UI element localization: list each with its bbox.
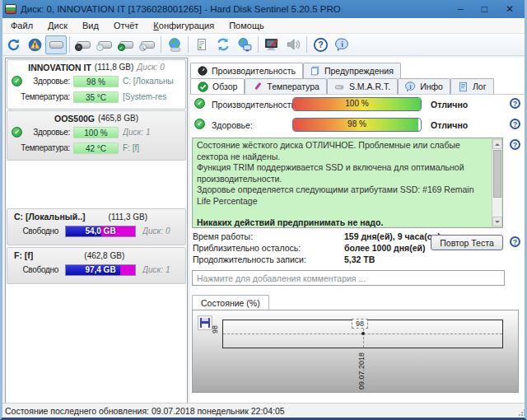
- temp-label: Температура:: [19, 143, 70, 152]
- comment-input[interactable]: [192, 270, 505, 286]
- partition-ref: [System-res: [123, 92, 185, 101]
- menu-help[interactable]: Помощь: [222, 21, 272, 30]
- disk-size: (111,8 GB): [95, 63, 133, 72]
- tab-alerts[interactable]: Предупреждения: [303, 63, 401, 78]
- x-axis-tick: 09.07.2018: [357, 350, 366, 390]
- title-bar: Диск: 0, INNOVATION IT [1736028001265] -…: [0, 0, 527, 18]
- window-title: Диск: 0, INNOVATION IT [1736028001265] -…: [21, 4, 341, 14]
- performance-bar: 100 %: [292, 97, 422, 111]
- menu-report[interactable]: Отчёт: [106, 21, 146, 30]
- minimize-button[interactable]: –: [458, 0, 464, 18]
- temp-bar: 35 °C: [73, 91, 119, 103]
- disk-list-sidebar: INNOVATION IT (111,8 GB) Диск: 0 ✓ Здоро…: [5, 58, 188, 404]
- tab-smart[interactable]: S.M.A.R.T.: [327, 78, 398, 94]
- partition-size: (111,3 GB): [109, 212, 147, 222]
- help-icon[interactable]: ?: [510, 98, 520, 109]
- menu-view[interactable]: Вид: [75, 21, 106, 30]
- disk-panel-0[interactable]: INNOVATION IT (111,8 GB) Диск: 0 ✓ Здоро…: [7, 59, 186, 110]
- estimated-remaining-label: Приблизительно осталось:: [193, 243, 301, 253]
- scroll-up-icon[interactable]: [492, 139, 502, 149]
- tab-temperature[interactable]: Температура: [245, 78, 327, 94]
- help-icon[interactable]: ?: [510, 139, 520, 150]
- disk-status-ok-icon[interactable]: ✓: [115, 35, 137, 54]
- refresh-icon[interactable]: [2, 35, 24, 54]
- report-icon[interactable]: [191, 35, 212, 54]
- tab-performance[interactable]: Производительность: [190, 63, 303, 78]
- stats-block: Время работы: 159 дня(ей), 9 часа(ов) Пр…: [193, 231, 440, 266]
- partition-panel-f[interactable]: F: [f] (462,8 GB) Свободно 97,4 GB Диск:…: [7, 247, 186, 284]
- main-panel: Производительность Предупреждения Обзор …: [190, 58, 527, 405]
- disk-panel-1[interactable]: OOS500G (465,8 GB) ✓ Здоровье: 100 % Дис…: [7, 110, 186, 161]
- info-icon[interactable]: i: [331, 35, 352, 54]
- retest-button[interactable]: Повтор Теста: [431, 235, 503, 250]
- performance-gauge-row: ✓ Производительность: 100 % Отлично ?: [190, 97, 527, 112]
- disk-performance-icon[interactable]: ◔: [72, 35, 94, 54]
- menu-disk[interactable]: Диск: [40, 21, 75, 30]
- chart-plot-area: 98: [222, 320, 503, 348]
- partition-panel-c[interactable]: C: [Локальный..] (111,3 GB) Свободно 54,…: [7, 208, 186, 245]
- maximize-button[interactable]: □: [482, 0, 487, 18]
- svg-text:?: ?: [318, 40, 323, 49]
- disk-display-icon[interactable]: [45, 35, 67, 54]
- menu-configuration[interactable]: Конфигурация: [146, 21, 222, 30]
- health-gauge-row: ✓ Здоровье: 98 % Отлично ?: [190, 118, 527, 133]
- app-window: Диск: 0, INNOVATION IT [1736028001265] -…: [0, 0, 527, 420]
- free-space-bar: 97,4 GB: [65, 264, 136, 276]
- lifetime-writes-label: Продолжительность записи:: [193, 254, 306, 264]
- temp-label: Температура:: [19, 92, 70, 101]
- close-button[interactable]: ✕: [506, 0, 514, 18]
- disk-analyze-icon[interactable]: 🔍: [137, 35, 158, 54]
- ok-icon: ✓: [194, 119, 205, 129]
- resize-grip[interactable]: [519, 409, 525, 416]
- health-text-line: Функция TRIM поддерживается SSD и включе…: [197, 162, 489, 184]
- disk-schedule-icon[interactable]: 🕒: [94, 35, 115, 54]
- scroll-thumb[interactable]: [493, 150, 501, 198]
- disk-number: Диск: 0: [137, 63, 164, 72]
- temp-bar: 42 °C: [73, 142, 119, 154]
- svg-text:i: i: [341, 40, 343, 49]
- sync-icon[interactable]: [212, 35, 234, 54]
- performance-label: Производительность:: [212, 100, 298, 110]
- tab-overview[interactable]: Обзор: [190, 78, 245, 94]
- health-text-line: Состояние жёсткого диска ОТЛИЧНОЕ. Пробл…: [197, 140, 489, 162]
- health-history-chart: 98 98 09.07.2018: [192, 310, 519, 393]
- partition-name: F: [f]: [14, 250, 33, 260]
- menu-file[interactable]: Файл: [3, 21, 40, 30]
- status-bar: Состояние последнего обновления: 09.07.2…: [0, 403, 527, 418]
- network-disk-icon[interactable]: [164, 35, 185, 54]
- partition-ref: C: [Локальны: [123, 77, 185, 86]
- desktop-edit-icon[interactable]: [261, 35, 282, 54]
- app-icon: [5, 4, 16, 14]
- help-icon[interactable]: ?: [510, 119, 520, 129]
- web-status-icon[interactable]: [234, 35, 255, 54]
- free-space-bar: 54,0 GB: [65, 226, 136, 237]
- health-status: Отлично: [431, 120, 468, 130]
- sound-alert-icon[interactable]: [282, 35, 304, 54]
- toolbar: ◔ 🕒 ✓ 🔍 ?: [0, 34, 527, 56]
- data-point: [361, 332, 365, 335]
- disk-name: OOS500G: [54, 114, 95, 124]
- partition-ref: F: [f]: [123, 143, 185, 152]
- tab-log[interactable]: Лог: [450, 78, 494, 94]
- power-on-time-value: 159 дня(ей), 9 часа(ов): [344, 231, 441, 241]
- menu-bar: Файл Диск Вид Отчёт Конфигурация Помощь: [0, 18, 527, 34]
- health-text-line: Здоровье определяется следующими атрибут…: [197, 184, 489, 207]
- health-bar: 100 %: [73, 127, 119, 138]
- power-on-time-label: Время работы:: [193, 231, 253, 241]
- ok-icon: ✓: [194, 98, 205, 109]
- help-icon[interactable]: ?: [310, 35, 331, 54]
- floppy-icon: [200, 318, 210, 328]
- chart-tab-health[interactable]: Состояние (%): [192, 295, 269, 310]
- tab-info[interactable]: i Инфо: [398, 78, 450, 94]
- estimated-remaining-value: более 1000 дня(ей): [344, 243, 425, 253]
- health-text-action: Никаких действий предпринимать не надо.: [197, 217, 489, 229]
- health-description-box: Состояние жёсткого диска ОТЛИЧНОЕ. Пробл…: [192, 138, 503, 228]
- y-axis-tick: 98: [211, 325, 219, 334]
- free-label: Свободно: [9, 265, 58, 274]
- scrollbar[interactable]: [492, 139, 501, 226]
- warnings-icon[interactable]: [24, 35, 45, 54]
- help-icon[interactable]: ?: [510, 236, 520, 247]
- disk-name: INNOVATION IT: [28, 63, 91, 72]
- scroll-down-icon[interactable]: [492, 217, 502, 226]
- partition-name: C: [Локальный..]: [14, 212, 86, 222]
